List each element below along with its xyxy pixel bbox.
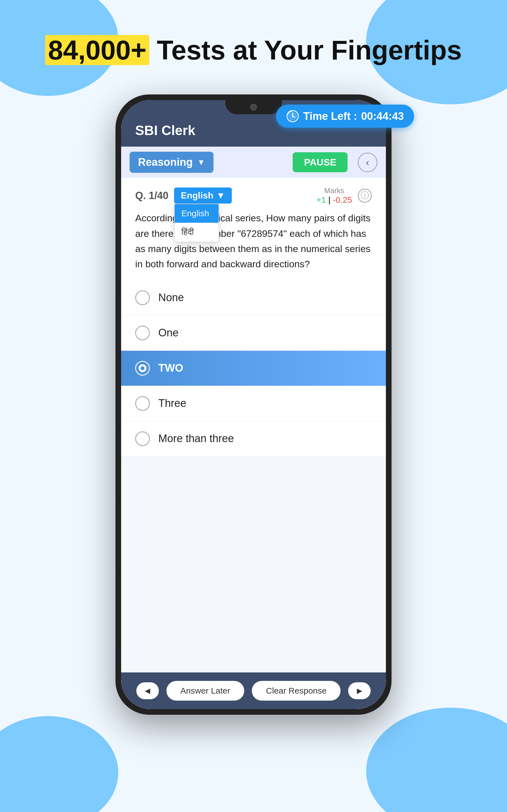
- pause-button[interactable]: PAUSE: [293, 152, 348, 172]
- time-value: 00:44:43: [361, 110, 404, 122]
- language-selected: English: [181, 190, 214, 201]
- language-selector[interactable]: English ▼ English हिंदी: [174, 188, 232, 204]
- clear-response-button[interactable]: Clear Response: [252, 681, 341, 701]
- marks-negative: -0.25: [333, 195, 352, 204]
- radio-none: [135, 290, 150, 305]
- section-bar: Reasoning ▼ PAUSE ‹: [121, 147, 386, 178]
- app-title: SBI Clerk: [135, 123, 195, 138]
- option-none-text: None: [158, 292, 184, 304]
- dropdown-arrow-icon: ▼: [197, 158, 205, 167]
- question-number: Q. 1/40: [135, 190, 168, 202]
- camera: [250, 104, 257, 110]
- page-container: 84,000+ Tests at Your Fingertips Time Le…: [0, 0, 507, 812]
- option-one[interactable]: One: [121, 315, 386, 351]
- option-two-text: TWO: [158, 362, 183, 374]
- marks-positive: +1: [316, 195, 326, 204]
- option-one-text: One: [158, 327, 179, 339]
- svg-point-4: [292, 116, 293, 117]
- phone-notch: [225, 100, 282, 114]
- screen-content: SBI Clerk Reasoning ▼ PAUSE ‹: [121, 100, 386, 709]
- lang-arrow-icon: ▼: [216, 190, 225, 201]
- radio-one: [135, 326, 150, 340]
- question-meta: Q. 1/40 English ▼ English हिं: [135, 186, 372, 205]
- question-text: According to numerical series, How many …: [135, 210, 372, 272]
- next-icon: ►: [355, 686, 364, 696]
- marks-value: +1 | -0.25: [316, 195, 352, 205]
- lang-option-hindi[interactable]: हिंदी: [175, 223, 219, 242]
- option-none[interactable]: None: [121, 280, 386, 315]
- options-list: None One: [121, 280, 386, 456]
- info-icon[interactable]: ⓘ: [358, 189, 372, 203]
- marks-label: Marks: [316, 186, 352, 195]
- clock-icon: [286, 110, 299, 123]
- option-two[interactable]: TWO: [121, 351, 386, 386]
- phone-frame: SBI Clerk Reasoning ▼ PAUSE ‹: [115, 94, 392, 715]
- option-more-text: More than three: [158, 433, 234, 445]
- back-button[interactable]: ‹: [358, 153, 378, 172]
- radio-two-inner: [138, 364, 147, 372]
- question-area: Q. 1/40 English ▼ English हिं: [121, 178, 386, 280]
- heading-highlight: 84,000+: [45, 35, 149, 65]
- section-dropdown[interactable]: Reasoning ▼: [129, 152, 214, 173]
- radio-two: [135, 361, 150, 375]
- language-button[interactable]: English ▼: [174, 188, 232, 204]
- heading-rest: Tests at Your Fingertips: [149, 35, 462, 65]
- time-label: Time Left :: [303, 110, 357, 122]
- option-three[interactable]: Three: [121, 386, 386, 421]
- radio-three: [135, 396, 150, 411]
- radio-two-dot: [140, 366, 145, 370]
- marks-separator: |: [326, 195, 333, 204]
- option-more-than-three[interactable]: More than three: [121, 421, 386, 456]
- marks-info: Marks +1 | -0.25: [316, 186, 352, 205]
- language-dropdown: English हिंदी: [174, 204, 219, 242]
- section-label: Reasoning: [138, 156, 193, 168]
- back-icon: ‹: [366, 157, 369, 168]
- next-button[interactable]: ►: [348, 682, 371, 699]
- prev-icon: ◄: [143, 686, 152, 696]
- page-heading: 84,000+ Tests at Your Fingertips: [45, 34, 462, 66]
- phone-inner: SBI Clerk Reasoning ▼ PAUSE ‹: [121, 100, 386, 709]
- answer-later-button[interactable]: Answer Later: [166, 681, 244, 701]
- prev-button[interactable]: ◄: [136, 682, 159, 699]
- phone-wrapper: Time Left : 00:44:43 SBI Clerk: [115, 94, 392, 715]
- radio-more: [135, 432, 150, 446]
- bottom-nav: ◄ Answer Later Clear Response ►: [121, 672, 386, 709]
- option-three-text: Three: [158, 397, 186, 409]
- time-badge: Time Left : 00:44:43: [276, 105, 414, 128]
- lang-option-english[interactable]: English: [175, 204, 219, 223]
